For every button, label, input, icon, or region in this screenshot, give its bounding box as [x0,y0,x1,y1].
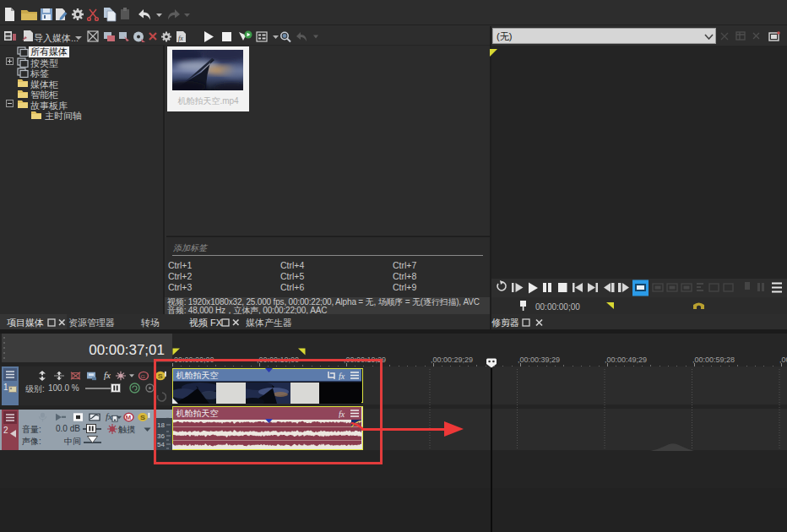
svg-text:fx: fx [178,35,183,42]
